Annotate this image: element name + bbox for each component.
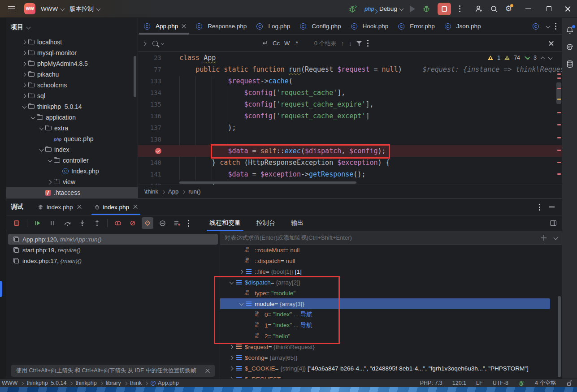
editor-tab-log-php[interactable]: Log.php	[252, 18, 295, 34]
search-input[interactable]	[169, 40, 248, 47]
project-tree-scrollbar[interactable]	[134, 56, 136, 97]
chevron-down-icon[interactable]	[239, 302, 243, 306]
tree-item-mysql-monitor[interactable]: mysql-monitor	[6, 47, 138, 58]
inspections-widget[interactable]: 1 74 3	[488, 55, 552, 61]
line-number[interactable]: 140	[138, 157, 161, 168]
editor-tab-config-php[interactable]: Config.php	[295, 18, 346, 34]
breadcrumb[interactable]: run()	[188, 188, 200, 195]
project-selector[interactable]: WWW	[41, 5, 64, 12]
editor-tab-json-php[interactable]: Json.php	[440, 18, 486, 34]
chevron-right-icon[interactable]	[230, 356, 233, 359]
variable-row[interactable]: 1001::dispatch = null	[220, 255, 562, 266]
editor-tab-app-php[interactable]: App.php	[139, 18, 191, 34]
frame-row[interactable]: start.php:19, require()	[8, 245, 218, 255]
variables-scrollbar[interactable]	[558, 296, 561, 377]
debug-options-icon[interactable]	[539, 207, 540, 208]
statusbar-breadcrumb[interactable]: WWW	[2, 380, 17, 386]
previous-problem-icon[interactable]	[541, 56, 544, 60]
debug-listen-icon[interactable]	[348, 4, 357, 13]
step-out-button[interactable]	[91, 217, 103, 229]
tab-threads-variables[interactable]: 线程和变量	[203, 215, 247, 231]
line-number[interactable]: 77	[138, 64, 161, 75]
debug-panel-title[interactable]: 调试	[11, 203, 23, 211]
watch-expression-row[interactable]: 对表达式求值(Enter)或添加监视(Ctrl+Shift+Enter)	[220, 231, 562, 245]
search-everywhere-icon[interactable]	[490, 5, 498, 13]
notifications-bell-icon[interactable]	[566, 26, 574, 34]
line-number[interactable]: 137	[138, 122, 161, 134]
project-panel-header[interactable]: 项目	[6, 18, 138, 37]
settings-gear-icon[interactable]: ⚙	[505, 5, 512, 13]
add-watch-icon[interactable]	[541, 235, 547, 241]
tab-options-icon[interactable]	[555, 26, 556, 27]
run-configuration-selector[interactable]: php Debug	[364, 5, 403, 12]
mute-breakpoints-button[interactable]	[127, 217, 139, 229]
run-button[interactable]	[410, 6, 415, 12]
frame-row[interactable]: App.php:120, think\App::run()	[8, 234, 218, 245]
regex-toggle[interactable]: .*	[294, 40, 298, 47]
search-filter-icon[interactable]	[356, 41, 362, 46]
debug-session-tab-2[interactable]: index.php	[89, 199, 143, 215]
editor-tab-response-php[interactable]: Response.php	[191, 18, 252, 34]
variable-row[interactable]: 1001type = "module"	[220, 288, 562, 298]
line-number[interactable]: 136	[138, 110, 161, 122]
add-watch-button[interactable]	[171, 217, 183, 229]
variable-row[interactable]: 10010 = "index" ... 导航	[220, 309, 562, 320]
variable-row[interactable]: 1001::routeMust = null	[220, 245, 562, 255]
tree-item-view[interactable]: view	[6, 177, 138, 187]
view-threads-button[interactable]	[156, 217, 168, 229]
search-options-chevron-icon[interactable]	[161, 42, 164, 45]
tree-item-sql[interactable]: sql	[6, 90, 138, 101]
debug-toolbar-more-icon[interactable]	[188, 223, 189, 224]
close-icon[interactable]	[77, 205, 82, 209]
code-horizontal-scrollbar[interactable]	[179, 181, 356, 184]
tree-item-extra[interactable]: extra	[6, 123, 138, 134]
window-maximize-button[interactable]	[547, 6, 551, 11]
breakpoint-icon[interactable]	[155, 148, 161, 154]
newline-icon[interactable]	[261, 40, 268, 46]
pause-button[interactable]	[47, 217, 58, 229]
line-ending-widget[interactable]: LF	[476, 380, 483, 386]
debug-session-tab-1[interactable]: index.php	[32, 199, 87, 215]
chevron-down-icon[interactable]	[230, 280, 233, 284]
hide-panel-icon[interactable]	[549, 207, 555, 207]
statusbar-breadcrumb[interactable]: think	[130, 380, 142, 386]
statusbar-breadcrumb[interactable]: App.php	[158, 380, 179, 386]
tree-item-application[interactable]: application	[6, 112, 138, 123]
statusbar-breadcrumb[interactable]: thinkphp_5.0.14	[26, 380, 66, 386]
line-number[interactable]: 133	[138, 75, 161, 87]
debug-button[interactable]	[422, 5, 430, 13]
chevron-down-icon[interactable]	[546, 25, 550, 28]
statusbar-breadcrumb[interactable]: library	[106, 380, 121, 386]
next-problem-icon[interactable]	[548, 56, 552, 60]
variable-row[interactable]: 10012 = "hello"	[220, 331, 562, 341]
tree-item-controller[interactable]: controller	[6, 155, 138, 166]
main-menu-icon[interactable]	[8, 6, 15, 11]
tree-item-index-php-class[interactable]: Index.php	[6, 166, 138, 177]
tab-scrollbar[interactable]	[139, 33, 189, 34]
line-number[interactable]: 135	[138, 99, 161, 110]
view-breakpoints-button[interactable]	[112, 217, 124, 229]
layout-settings-icon[interactable]	[550, 220, 556, 226]
statusbar-breadcrumb[interactable]: thinkphp	[75, 380, 96, 386]
tree-item-index[interactable]: index	[6, 144, 138, 155]
variable-row[interactable]: $request = {think\Request}	[220, 341, 562, 352]
add-user-icon[interactable]	[475, 5, 483, 13]
tree-item-schoolcms[interactable]: schoolcms	[6, 80, 138, 90]
editor-tab-error-php[interactable]: Error.php	[393, 18, 440, 34]
tree-item-phpmyadmin[interactable]: phpMyAdmin4.8.5	[6, 58, 138, 69]
ai-assistant-icon[interactable]	[566, 43, 574, 51]
variable-row-selected[interactable]: module = {array[3]}	[220, 298, 550, 309]
tab-output[interactable]: 输出	[285, 215, 310, 231]
variable-row[interactable]: $_COOKIE = {string[4]} ["49a6a847-b266-4…	[220, 363, 562, 374]
chevron-right-icon[interactable]	[230, 345, 233, 349]
tab-console[interactable]: 控制台	[250, 215, 282, 231]
step-into-button[interactable]	[76, 217, 88, 229]
encoding-widget[interactable]: UTF-8	[493, 380, 508, 386]
line-number[interactable]: 134	[138, 87, 161, 99]
tree-item-thinkphp[interactable]: thinkphp_5.0.14	[6, 101, 138, 112]
whole-words-toggle[interactable]: W	[284, 40, 290, 47]
indent-widget[interactable]: 4 个空格	[535, 379, 556, 387]
collapse-search-icon[interactable]	[143, 42, 146, 45]
close-icon[interactable]	[182, 24, 186, 29]
resume-button[interactable]	[32, 217, 43, 229]
